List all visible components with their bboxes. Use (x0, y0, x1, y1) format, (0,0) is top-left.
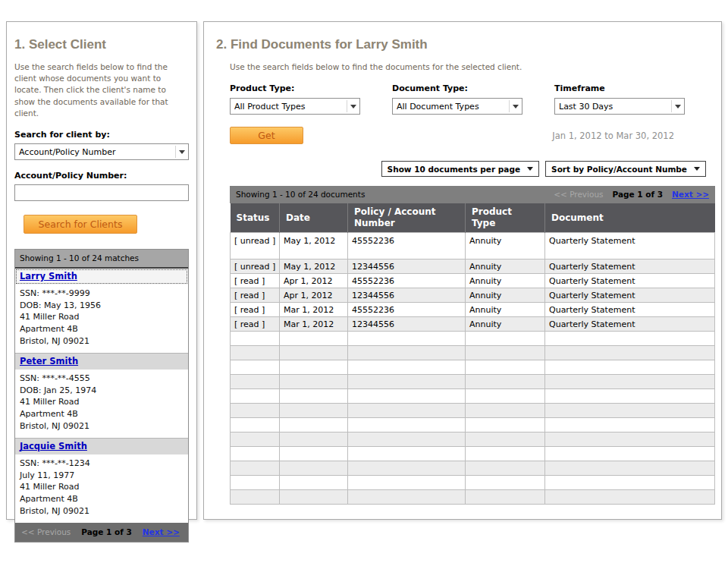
documents-table: StatusDatePolicy / Account NumberProduct… (230, 203, 715, 505)
filter-select-document-type[interactable]: All Document Types (392, 98, 522, 115)
empty-cell (348, 346, 466, 360)
empty-cell (348, 476, 466, 490)
cell-status[interactable]: [ unread ] (231, 233, 280, 259)
empty-cell (545, 461, 715, 476)
client-name-link[interactable]: Peter Smith (20, 356, 78, 366)
document-row[interactable]: [ unread ]May 1, 201245552236AnnuityQuar… (231, 233, 715, 259)
client-name-link[interactable]: Larry Smith (20, 271, 77, 282)
empty-row (231, 447, 715, 461)
empty-cell (280, 461, 348, 476)
client-name-link[interactable]: Jacquie Smith (20, 441, 87, 451)
get-button[interactable]: Get (230, 127, 303, 144)
empty-cell (466, 360, 545, 375)
cell-status[interactable]: [ read ] (231, 288, 280, 303)
documents-table-area: Showing 1 - 10 of 24 documents << Previo… (230, 186, 715, 505)
document-row[interactable]: [ read ]Apr 1, 201245552236AnnuityQuarte… (231, 274, 715, 288)
search-by-select[interactable]: Account/Policy Number (14, 143, 189, 160)
empty-cell (231, 418, 280, 432)
documents-table-topbar: Showing 1 - 10 of 24 documents << Previo… (230, 186, 715, 203)
sort-dropdown[interactable]: Sort by Policy/Account Numbe (545, 161, 706, 177)
empty-row (231, 346, 715, 360)
client-detail-line: July 11, 1977 (20, 470, 184, 482)
cell-status[interactable]: [ unread ] (231, 259, 280, 274)
empty-cell (466, 476, 545, 490)
client-details: SSN: ***-**-9999DOB: May 13, 195641 Mill… (15, 285, 188, 353)
cell-product-type: Annuity (466, 233, 545, 259)
empty-cell (466, 418, 545, 432)
next-page-link[interactable]: Next >> (143, 527, 180, 536)
filter-dropdown-timeframe[interactable]: Last 30 Days (554, 98, 685, 115)
empty-cell (348, 389, 466, 404)
cell-date: Apr 1, 2012 (280, 274, 348, 288)
client-detail-line: Bristol, NJ 09021 (20, 420, 184, 432)
client-list-pagination: << Previous Page 1 of 3 Next >> (15, 523, 188, 542)
empty-cell (466, 389, 545, 404)
client-details: SSN: ***-**-1234July 11, 197741 Miller R… (15, 454, 188, 523)
filter-dropdown-document-type[interactable]: All Document Types (392, 98, 522, 115)
client-detail-line: DOB: Jan 25, 1974 (20, 385, 184, 397)
empty-cell (280, 404, 348, 418)
document-row[interactable]: [ unread ]May 1, 201212344556AnnuityQuar… (231, 259, 715, 274)
column-header-policy-account-number: Policy / Account Number (348, 203, 466, 233)
filter-document-type: Document Type:All Document Types (392, 83, 522, 115)
empty-row (231, 404, 715, 418)
client-list: Larry SmithSSN: ***-**-9999DOB: May 13, … (15, 269, 188, 523)
column-header-product-type: Product Type (466, 203, 545, 233)
search-by-dropdown[interactable]: Account/Policy Number (14, 143, 189, 160)
client-name-row: Peter Smith (15, 353, 188, 370)
cell-status[interactable]: [ read ] (231, 274, 280, 288)
document-row[interactable]: [ read ]Mar 1, 201245552236AnnuityQuarte… (231, 303, 715, 317)
client-results-box: Showing 1 - 10 of 24 matches Larry Smith… (14, 249, 189, 543)
client-detail-line: SSN: ***-**-4555 (20, 373, 184, 385)
find-documents-content: Use the search fields below to find the … (230, 61, 715, 505)
filter-dropdown-product-type[interactable]: All Product Types (230, 98, 360, 115)
page-indicator: Page 1 of 3 (81, 527, 132, 536)
cell-document: Quarterly Statement (545, 274, 715, 288)
empty-cell (280, 360, 348, 375)
cell-status[interactable]: [ read ] (231, 317, 280, 332)
empty-row (231, 461, 715, 476)
empty-cell (348, 461, 466, 476)
empty-cell (466, 332, 545, 346)
empty-cell (231, 476, 280, 490)
empty-cell (280, 447, 348, 461)
cell-date: May 1, 2012 (280, 233, 348, 259)
empty-cell (348, 404, 466, 418)
search-by-label: Search for client by: (14, 130, 189, 140)
documents-next-page-link[interactable]: Next >> (672, 190, 709, 199)
cell-document: Quarterly Statement (545, 233, 715, 259)
empty-cell (280, 476, 348, 490)
empty-cell (545, 476, 715, 490)
filter-select-timeframe[interactable]: Last 30 Days (554, 98, 685, 115)
document-row[interactable]: [ read ]Mar 1, 201212344556AnnuityQuarte… (231, 317, 715, 332)
filter-select-product-type[interactable]: All Product Types (230, 98, 360, 115)
cell-document: Quarterly Statement (545, 259, 715, 274)
client-detail-line: Apartment 4B (20, 408, 184, 420)
client-detail-line: Bristol, NJ 09021 (20, 335, 184, 348)
cell-status[interactable]: [ read ] (231, 303, 280, 317)
previous-page-link[interactable]: << Previous (21, 527, 71, 536)
document-row[interactable]: [ read ]Apr 1, 201212344556AnnuityQuarte… (231, 288, 715, 303)
empty-cell (348, 432, 466, 447)
cell-policy-account-number: 12344556 (348, 259, 466, 274)
account-policy-number-input[interactable] (14, 184, 189, 201)
empty-cell (545, 346, 715, 360)
page-size-dropdown[interactable]: Show 10 documents per page (381, 161, 539, 177)
cell-policy-account-number: 45552236 (348, 303, 466, 317)
empty-cell (231, 346, 280, 360)
select-client-panel: 1. Select Client Use the search fields b… (6, 21, 197, 520)
empty-cell (545, 389, 715, 404)
empty-cell (231, 332, 280, 346)
account-policy-number-label: Account/Policy Number: (14, 171, 189, 181)
documents-page-indicator: Page 1 of 3 (613, 190, 664, 199)
cell-policy-account-number: 12344556 (348, 317, 466, 332)
empty-row (231, 476, 715, 490)
cell-date: May 1, 2012 (280, 259, 348, 274)
filter-product-type: Product Type:All Product Types (230, 83, 360, 115)
get-row: Get Jan 1, 2012 to Mar 30, 2012 (230, 127, 715, 144)
client-name-row: Larry Smith (15, 269, 188, 285)
empty-cell (231, 404, 280, 418)
search-for-clients-button[interactable]: Search for Clients (24, 215, 137, 234)
documents-previous-page-link[interactable]: << Previous (554, 190, 603, 199)
empty-cell (231, 461, 280, 476)
